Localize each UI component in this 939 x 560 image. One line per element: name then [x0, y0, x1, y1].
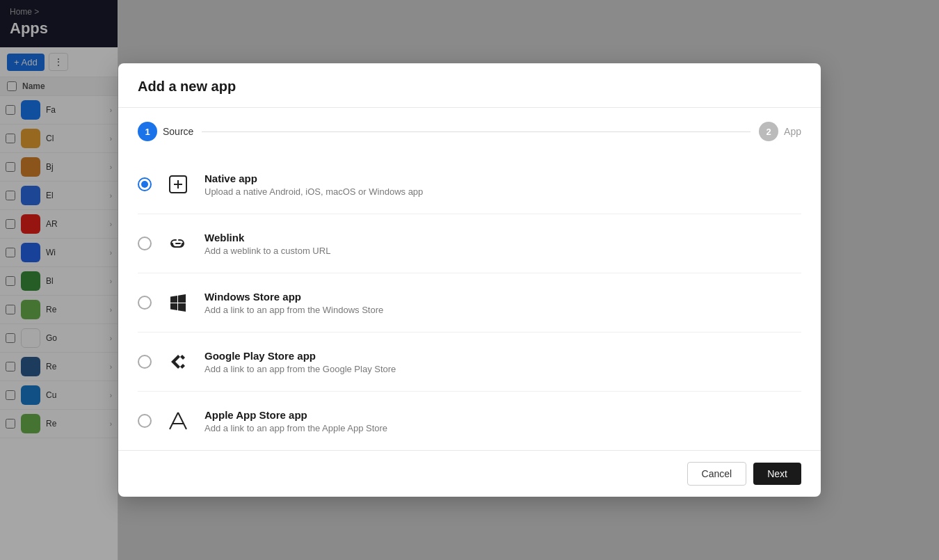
option-native[interactable]: Native app Upload a native Android, iOS,… — [138, 155, 801, 214]
option-text-weblink: Weblink Add a weblink to a custom URL — [204, 232, 801, 256]
options-list: Native app Upload a native Android, iOS,… — [138, 155, 801, 450]
radio-apple[interactable] — [138, 414, 152, 428]
option-text-apple: Apple App Store app Add a link to an app… — [204, 409, 801, 433]
option-weblink[interactable]: Weblink Add a weblink to a custom URL — [138, 214, 801, 273]
option-title-windows: Windows Store app — [204, 291, 801, 303]
icon-google — [164, 348, 192, 376]
option-apple[interactable]: Apple App Store app Add a link to an app… — [138, 392, 801, 450]
option-google[interactable]: Google Play Store app Add a link to an a… — [138, 333, 801, 392]
stepper: 1 Source 2 App — [138, 108, 801, 155]
step-divider — [202, 131, 751, 132]
cancel-button[interactable]: Cancel — [687, 462, 747, 486]
radio-weblink[interactable] — [138, 237, 152, 250]
option-text-native: Native app Upload a native Android, iOS,… — [204, 173, 801, 197]
radio-google[interactable] — [138, 355, 152, 369]
option-text-google: Google Play Store app Add a link to an a… — [204, 350, 801, 374]
next-button[interactable]: Next — [753, 463, 801, 485]
option-text-windows: Windows Store app Add a link to an app f… — [204, 291, 801, 315]
option-title-google: Google Play Store app — [204, 350, 801, 362]
step-2: 2 App — [759, 122, 801, 141]
option-desc-weblink: Add a weblink to a custom URL — [204, 246, 801, 256]
radio-native[interactable] — [138, 177, 152, 191]
option-desc-native: Upload a native Android, iOS, macOS or W… — [204, 186, 801, 197]
modal-title: Add a new app — [138, 79, 801, 95]
modal-header: Add a new app — [118, 63, 821, 108]
icon-native — [164, 170, 192, 198]
modal-footer: Cancel Next — [118, 450, 821, 497]
option-windows[interactable]: Windows Store app Add a link to an app f… — [138, 273, 801, 333]
step-1-circle: 1 — [138, 122, 157, 141]
icon-windows — [164, 289, 192, 317]
step-1: 1 Source — [138, 122, 193, 141]
modal-body: 1 Source 2 App Native app Upload — [118, 108, 821, 450]
step-2-label: App — [784, 126, 801, 137]
option-title-weblink: Weblink — [204, 232, 801, 243]
step-1-label: Source — [163, 126, 193, 137]
step-2-circle: 2 — [759, 122, 778, 141]
option-title-apple: Apple App Store app — [204, 409, 801, 421]
icon-weblink — [164, 230, 192, 257]
option-title-native: Native app — [204, 173, 801, 184]
option-desc-apple: Add a link to an app from the Apple App … — [204, 423, 801, 433]
icon-apple — [164, 407, 192, 435]
add-app-modal: Add a new app 1 Source 2 App — [118, 63, 821, 497]
radio-windows[interactable] — [138, 296, 152, 310]
option-desc-google: Add a link to an app from the Google Pla… — [204, 364, 801, 374]
modal-overlay: Add a new app 1 Source 2 App — [0, 0, 939, 560]
option-desc-windows: Add a link to an app from the Windows St… — [204, 305, 801, 315]
